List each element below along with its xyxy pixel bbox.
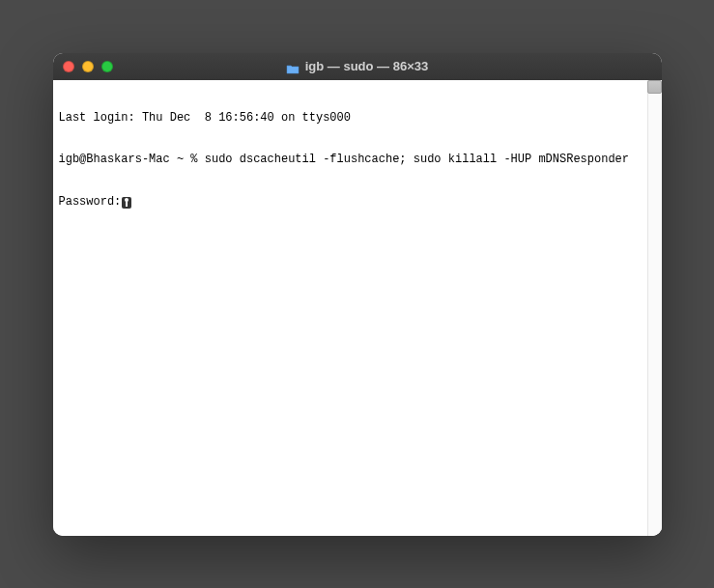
traffic-lights xyxy=(63,61,113,72)
title-wrap: igb — sudo — 86×33 xyxy=(53,53,662,80)
terminal-body[interactable]: Last login: Thu Dec 8 16:56:40 on ttys00… xyxy=(53,80,662,536)
close-button[interactable] xyxy=(63,61,74,72)
terminal-window: igb — sudo — 86×33 Last login: Thu Dec 8… xyxy=(53,53,662,536)
window-title: igb — sudo — 86×33 xyxy=(305,59,429,73)
minimize-button[interactable] xyxy=(82,61,94,72)
scrollbar-thumb[interactable] xyxy=(647,80,662,94)
command-text: sudo dscacheutil -flushcache; sudo killa… xyxy=(205,153,629,166)
password-line: Password: xyxy=(59,195,656,209)
prompt: igb@Bhaskars-Mac ~ % xyxy=(59,153,205,166)
password-label: Password: xyxy=(59,195,122,209)
last-login-line: Last login: Thu Dec 8 16:56:40 on ttys00… xyxy=(59,111,656,125)
scrollbar-track[interactable] xyxy=(647,80,662,536)
key-icon xyxy=(122,197,131,209)
titlebar[interactable]: igb — sudo — 86×33 xyxy=(53,53,662,80)
command-line: igb@Bhaskars-Mac ~ % sudo dscacheutil -f… xyxy=(59,153,656,166)
folder-icon xyxy=(286,61,300,71)
maximize-button[interactable] xyxy=(101,61,113,72)
